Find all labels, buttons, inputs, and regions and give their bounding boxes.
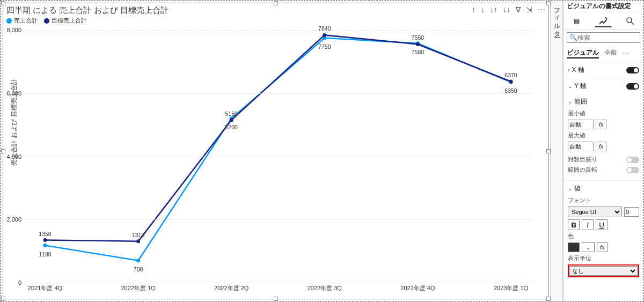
data-label: 7840 bbox=[318, 25, 331, 32]
build-visual-icon[interactable]: ▦ bbox=[568, 14, 586, 27]
x-tick: 2023年度 1Q bbox=[484, 284, 538, 292]
section-y-axis[interactable]: ⌄Y 軸 bbox=[564, 78, 643, 94]
side-tab-label: フィルター bbox=[552, 1, 561, 34]
svg-point-0 bbox=[43, 244, 47, 247]
chart-toolbar: ↑ ↓ ↓↑ ↓↓ ∇ ⇲ ⋯ bbox=[472, 5, 545, 14]
display-unit-select[interactable]: なし bbox=[569, 266, 638, 276]
invert-range-label: 範囲の反転 bbox=[568, 166, 597, 174]
color-dropdown[interactable]: ⌄ bbox=[582, 242, 595, 252]
tab-more[interactable]: … bbox=[623, 48, 629, 58]
max-input[interactable] bbox=[568, 142, 594, 151]
svg-point-12 bbox=[627, 18, 632, 23]
bold-button[interactable]: B bbox=[568, 219, 580, 230]
subsection-range[interactable]: ⌄範囲 bbox=[568, 96, 639, 107]
y-tick: 2,000 bbox=[4, 216, 21, 223]
data-label: 1310 bbox=[132, 232, 144, 238]
data-label: 7750 bbox=[318, 43, 331, 50]
svg-point-10 bbox=[416, 42, 420, 46]
section-label: 値 bbox=[574, 185, 581, 192]
fx-button[interactable]: fx bbox=[596, 142, 606, 151]
y-tick: 6,000 bbox=[4, 90, 21, 97]
resize-handle[interactable] bbox=[546, 1, 551, 5]
data-label: 1350 bbox=[39, 231, 51, 237]
resize-handle[interactable] bbox=[546, 149, 551, 153]
svg-point-11 bbox=[509, 79, 513, 83]
data-label: 5200 bbox=[225, 124, 238, 130]
format-visual-icon[interactable] bbox=[595, 14, 612, 27]
invert-range-toggle[interactable] bbox=[626, 167, 639, 173]
section-label: X 軸 bbox=[572, 66, 584, 73]
color-swatch[interactable] bbox=[568, 242, 580, 252]
analytics-icon[interactable] bbox=[621, 14, 639, 27]
x-tick: 2022年度 3Q bbox=[298, 284, 352, 292]
display-unit-label: 表示単位 bbox=[568, 254, 639, 262]
min-label: 最小値 bbox=[568, 109, 639, 117]
resize-handle[interactable] bbox=[1, 297, 5, 301]
x-axis-toggle[interactable] bbox=[626, 67, 639, 73]
chevron-down-icon: ⌄ bbox=[568, 83, 572, 89]
legend-swatch-icon bbox=[44, 18, 49, 24]
legend-label: 目標売上合計 bbox=[52, 17, 87, 25]
y-tick: 4,000 bbox=[4, 153, 21, 160]
fx-button[interactable]: fx bbox=[597, 242, 608, 252]
max-label: 最大値 bbox=[568, 131, 639, 139]
min-input[interactable] bbox=[568, 120, 594, 129]
resize-handle[interactable] bbox=[1, 1, 5, 5]
focus-mode-icon[interactable]: ⇲ bbox=[526, 5, 532, 14]
fx-button[interactable]: fx bbox=[596, 120, 606, 129]
drill-down-icon[interactable]: ↓ bbox=[481, 5, 485, 14]
pane-title: ビジュアルの書式設定 bbox=[564, 1, 643, 12]
data-label: 7580 bbox=[412, 49, 424, 55]
side-tab[interactable]: フィルター bbox=[550, 1, 563, 301]
filter-icon[interactable]: ∇ bbox=[516, 5, 521, 14]
svg-point-7 bbox=[136, 239, 140, 243]
display-unit-highlight: なし bbox=[568, 264, 639, 277]
resize-handle[interactable] bbox=[1, 149, 5, 153]
data-label: 700 bbox=[134, 266, 143, 272]
chevron-down-icon: ⌄ bbox=[568, 99, 572, 105]
resize-handle[interactable] bbox=[546, 297, 551, 301]
font-size-input[interactable] bbox=[624, 207, 639, 217]
color-label: 色 bbox=[568, 232, 639, 240]
chart-visual[interactable]: 四半期 による 売上合計 および 目標売上合計 ↑ ↓ ↓↑ ↓↓ ∇ ⇲ ⋯ … bbox=[3, 3, 549, 299]
chart-legend: 売上合計 目標売上合計 bbox=[3, 16, 548, 26]
svg-point-9 bbox=[323, 33, 326, 37]
italic-button[interactable]: I bbox=[582, 219, 594, 230]
section-label: Y 軸 bbox=[574, 82, 587, 90]
tab-visual[interactable]: ビジュアル bbox=[567, 48, 599, 58]
y-tick: 8,000 bbox=[4, 27, 21, 33]
data-label: 6370 bbox=[504, 72, 517, 78]
resize-handle[interactable] bbox=[274, 1, 278, 5]
svg-point-8 bbox=[230, 118, 233, 122]
resize-handle[interactable] bbox=[274, 297, 278, 301]
section-x-axis[interactable]: ›X 軸 bbox=[564, 62, 643, 78]
search-box[interactable]: 🔍 bbox=[567, 32, 640, 43]
data-label: 6350 bbox=[504, 87, 517, 94]
font-label: フォント bbox=[568, 196, 639, 204]
expand-down-icon[interactable]: ↓↑ bbox=[490, 5, 497, 14]
subsection-value[interactable]: ⌄値 bbox=[568, 183, 639, 194]
data-label: 7550 bbox=[412, 34, 424, 41]
search-input[interactable] bbox=[577, 34, 638, 41]
legend-item[interactable]: 目標売上合計 bbox=[44, 17, 87, 25]
log-scale-toggle[interactable] bbox=[626, 157, 639, 163]
y-axis-toggle[interactable] bbox=[626, 83, 639, 90]
x-tick: 2022年度 1Q bbox=[112, 284, 165, 292]
data-label: 1180 bbox=[39, 251, 51, 257]
chevron-down-icon: ⌄ bbox=[568, 186, 572, 191]
log-scale-label: 対数目盛り bbox=[568, 156, 597, 164]
font-family-select[interactable]: Segoe UI bbox=[568, 207, 622, 217]
legend-item[interactable]: 売上合計 bbox=[6, 17, 38, 25]
x-tick: 2021年度 4Q bbox=[18, 284, 72, 292]
drill-up-icon[interactable]: ↑ bbox=[472, 5, 475, 14]
legend-swatch-icon bbox=[6, 18, 12, 24]
svg-point-6 bbox=[43, 238, 47, 242]
tab-general[interactable]: 全般 bbox=[604, 48, 617, 58]
chevron-right-icon: › bbox=[568, 67, 569, 73]
search-icon: 🔍 bbox=[569, 34, 577, 41]
legend-label: 売上合計 bbox=[14, 17, 38, 25]
more-options-icon[interactable]: ⋯ bbox=[538, 5, 545, 14]
underline-button[interactable]: U bbox=[596, 219, 608, 230]
next-level-icon[interactable]: ↓↓ bbox=[503, 5, 510, 14]
data-label: 5150 bbox=[225, 111, 238, 117]
